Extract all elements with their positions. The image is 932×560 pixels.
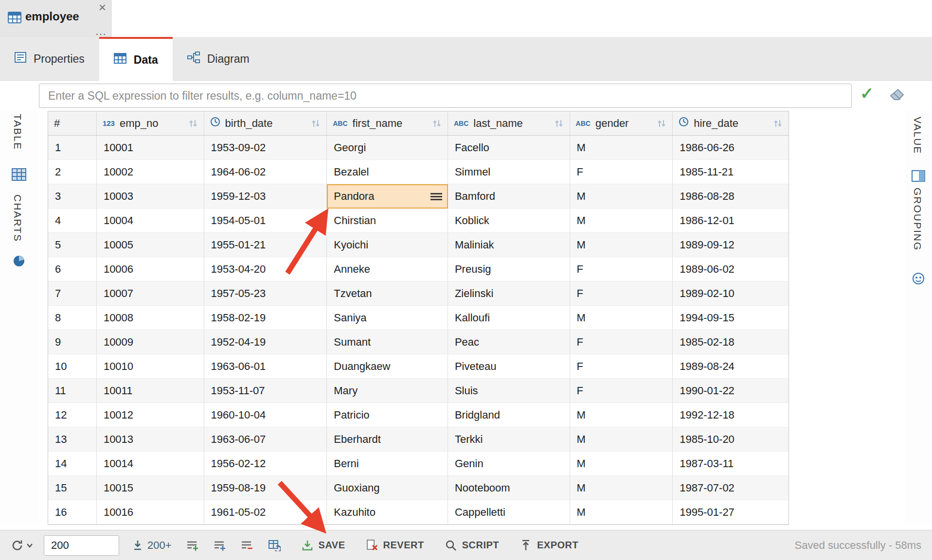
- cell-menu-icon[interactable]: [430, 193, 442, 200]
- row-number-cell[interactable]: 2: [48, 160, 97, 184]
- data-cell[interactable]: 1959-12-03: [204, 184, 327, 209]
- data-cell[interactable]: Saniya: [327, 306, 448, 330]
- data-cell[interactable]: 1990-01-22: [673, 379, 789, 403]
- data-cell[interactable]: F: [570, 330, 673, 354]
- data-cell[interactable]: 1987-03-11: [673, 452, 789, 476]
- row-number-cell[interactable]: 13: [48, 427, 97, 452]
- data-cell[interactable]: Koblick: [448, 209, 570, 233]
- data-cell[interactable]: 1953-09-02: [204, 136, 327, 160]
- table-view-icon[interactable]: [12, 168, 26, 183]
- save-button[interactable]: SAVE: [301, 539, 345, 552]
- column-header-rownum[interactable]: #: [48, 111, 97, 135]
- data-cell[interactable]: 1985-11-21: [673, 160, 789, 184]
- apply-filter-icon[interactable]: ✓: [860, 84, 874, 103]
- row-number-cell[interactable]: 4: [48, 209, 97, 233]
- data-cell[interactable]: 1956-02-12: [204, 452, 327, 476]
- data-cell[interactable]: 10014: [97, 452, 204, 476]
- tab-employee[interactable]: employee × …: [0, 0, 112, 37]
- data-cell[interactable]: 1959-08-19: [204, 476, 327, 500]
- data-cell[interactable]: Duangkaew: [327, 354, 448, 379]
- data-cell[interactable]: Kyoichi: [327, 233, 448, 257]
- data-cell[interactable]: Cappelletti: [448, 500, 570, 525]
- data-cell[interactable]: 10015: [97, 476, 204, 500]
- data-cell[interactable]: M: [570, 476, 673, 500]
- sort-icon[interactable]: [188, 119, 198, 128]
- data-cell[interactable]: 1989-09-12: [673, 233, 789, 257]
- sort-icon[interactable]: [311, 119, 321, 128]
- tab-diagram[interactable]: Diagram: [173, 37, 264, 81]
- data-cell[interactable]: 1986-12-01: [673, 209, 789, 233]
- data-cell[interactable]: 1960-10-04: [204, 403, 327, 427]
- row-number-cell[interactable]: 5: [48, 233, 97, 257]
- data-cell[interactable]: F: [570, 257, 673, 281]
- revert-button[interactable]: REVERT: [366, 539, 424, 552]
- data-cell[interactable]: 10013: [97, 427, 204, 452]
- delete-row-button[interactable]: [241, 540, 253, 551]
- data-cell[interactable]: 10008: [97, 306, 204, 330]
- data-cell[interactable]: 1989-08-24: [673, 354, 789, 379]
- tab-properties[interactable]: Properties: [0, 37, 99, 81]
- data-cell[interactable]: 1953-04-20: [204, 257, 327, 281]
- data-cell[interactable]: Chirstian: [327, 209, 448, 233]
- data-cell[interactable]: M: [570, 500, 673, 525]
- add-row-button[interactable]: [186, 540, 199, 551]
- data-cell[interactable]: Bamford: [448, 184, 570, 209]
- data-cell[interactable]: 1989-06-02: [673, 257, 789, 281]
- column-header-last-name[interactable]: ABC last_name: [448, 111, 570, 135]
- refresh-grid-button[interactable]: [268, 540, 281, 551]
- data-cell[interactable]: Guoxiang: [327, 476, 448, 500]
- grouping-panel-icon[interactable]: [912, 272, 925, 287]
- row-number-cell[interactable]: 3: [48, 184, 97, 209]
- data-cell[interactable]: 1986-08-28: [673, 184, 789, 209]
- data-cell[interactable]: Facello: [448, 136, 570, 160]
- data-cell[interactable]: Tzvetan: [327, 281, 448, 306]
- data-cell[interactable]: Kazuhito: [327, 500, 448, 525]
- data-cell[interactable]: Simmel: [448, 160, 570, 184]
- data-cell[interactable]: Pandora: [327, 184, 448, 209]
- data-cell[interactable]: 10016: [97, 500, 204, 525]
- data-cell[interactable]: 1992-12-18: [673, 403, 789, 427]
- data-cell[interactable]: 10003: [97, 184, 204, 209]
- data-cell[interactable]: 10001: [97, 136, 204, 160]
- data-cell[interactable]: Patricio: [327, 403, 448, 427]
- refresh-button[interactable]: [11, 539, 33, 552]
- data-cell[interactable]: F: [570, 379, 673, 403]
- data-cell[interactable]: 1955-01-21: [204, 233, 327, 257]
- data-cell[interactable]: 1985-02-18: [673, 330, 789, 354]
- column-header-first-name[interactable]: ABC first_name: [327, 111, 448, 135]
- clear-filter-icon[interactable]: [889, 88, 905, 104]
- tab-data[interactable]: Data: [99, 37, 173, 81]
- row-number-cell[interactable]: 1: [48, 136, 97, 160]
- sort-icon[interactable]: [773, 119, 783, 128]
- data-cell[interactable]: Anneke: [327, 257, 448, 281]
- data-cell[interactable]: M: [570, 427, 673, 452]
- row-number-cell[interactable]: 15: [48, 476, 97, 500]
- data-cell[interactable]: Mary: [327, 379, 448, 403]
- value-panel-icon[interactable]: [912, 170, 925, 184]
- data-cell[interactable]: 1954-05-01: [204, 209, 327, 233]
- data-cell[interactable]: 1987-07-02: [673, 476, 789, 500]
- sidebar-tab-value[interactable]: VALUE: [912, 117, 923, 154]
- data-cell[interactable]: 10009: [97, 330, 204, 354]
- data-cell[interactable]: F: [570, 281, 673, 306]
- data-cell[interactable]: 1994-09-15: [673, 306, 789, 330]
- data-cell[interactable]: Piveteau: [448, 354, 570, 379]
- sidebar-tab-table[interactable]: TABLE: [12, 114, 23, 150]
- data-cell[interactable]: Kalloufi: [448, 306, 570, 330]
- data-cell[interactable]: 1952-04-19: [204, 330, 327, 354]
- data-cell[interactable]: Zielinski: [448, 281, 570, 306]
- data-cell[interactable]: 1995-01-27: [673, 500, 789, 525]
- row-number-cell[interactable]: 9: [48, 330, 97, 354]
- row-number-cell[interactable]: 8: [48, 306, 97, 330]
- data-cell[interactable]: Preusig: [448, 257, 570, 281]
- row-number-cell[interactable]: 11: [48, 379, 97, 403]
- data-cell[interactable]: 1957-05-23: [204, 281, 327, 306]
- data-cell[interactable]: 1963-06-07: [204, 427, 327, 452]
- data-cell[interactable]: 1964-06-02: [204, 160, 327, 184]
- row-number-cell[interactable]: 12: [48, 403, 97, 427]
- sort-icon[interactable]: [657, 119, 666, 128]
- column-header-birth-date[interactable]: birth_date: [204, 111, 327, 135]
- sidebar-tab-grouping[interactable]: GROUPING: [912, 188, 923, 251]
- data-cell[interactable]: Bezalel: [327, 160, 448, 184]
- data-cell[interactable]: Nooteboom: [448, 476, 570, 500]
